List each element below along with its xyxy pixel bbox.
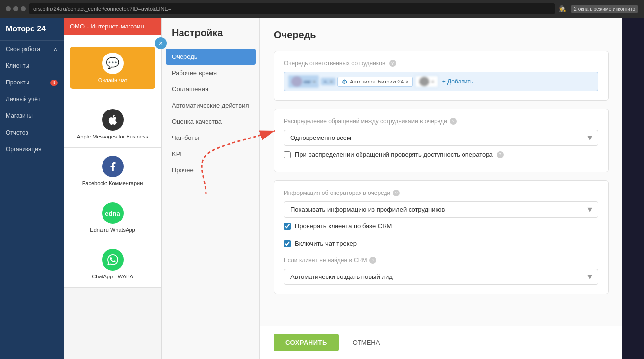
distribution-help-icon[interactable]: ?: [450, 118, 457, 125]
sidebar-item-accounting[interactable]: Личный учёт: [0, 91, 64, 108]
sidebar-item-org[interactable]: Организация: [0, 141, 64, 158]
channel-item-apple[interactable]: Apple Messages for Business: [64, 101, 161, 148]
sidebar-item-label: Магазины: [6, 112, 33, 119]
queue-section-card: Очередь ответственных сотрудников: ? евг…: [274, 51, 609, 101]
settings-overlay: Настройка Очередь Рабочее время Соглашен…: [162, 18, 622, 359]
add-user-button[interactable]: + Добавить: [442, 78, 473, 85]
sidebar-item-clients[interactable]: Клиенты: [0, 57, 64, 74]
edna-icon: edna: [102, 202, 124, 224]
tag-close-3[interactable]: ×: [431, 79, 434, 84]
channel-list: ОМО - Интернет-магазин 💬 Онлайн-чат Appl…: [64, 18, 162, 359]
sidebar-item-label: Проекты: [6, 79, 29, 86]
queue-section-label: Очередь ответственных сотрудников: ?: [284, 60, 598, 67]
distribution-select[interactable]: Одновременно всем По очереди Случайно: [284, 130, 598, 146]
browser-actions: 🕵 2 окна в режиме инкогнито: [559, 5, 638, 13]
tags-container[interactable]: евг × +. × ⚙ Автопилот Битрикс24 ×: [284, 72, 598, 91]
channel-name-facebook: Facebook: Комментарии: [82, 180, 143, 186]
autopilot-label: Автопилот Битрикс24: [350, 79, 404, 84]
chatapp-icon: [102, 249, 124, 271]
settings-nav-worktime[interactable]: Рабочее время: [162, 65, 259, 81]
facebook-icon: [102, 156, 124, 177]
settings-nav-queue-label: Очередь: [172, 53, 198, 60]
operator-info-select-wrapper: Показывать информацию из профилей сотруд…: [284, 201, 598, 218]
availability-help-icon[interactable]: ?: [497, 151, 504, 158]
sidebar-item-projects[interactable]: Проекты 9: [0, 74, 64, 91]
settings-content: Очередь Очередь ответственных сотруднико…: [260, 18, 622, 326]
browser-dot-1: [6, 6, 11, 11]
settings-nav-agreements[interactable]: Соглашения: [162, 81, 259, 97]
settings-nav-agreements-label: Соглашения: [172, 85, 208, 93]
settings-nav-kpi-label: KPI: [172, 150, 182, 158]
crm-not-found-select[interactable]: Автоматически создать новый лид Ничего н…: [284, 269, 598, 285]
sidebar-item-label: Клиенты: [6, 62, 29, 69]
tag-close-1[interactable]: ×: [313, 79, 316, 84]
tag-close-2[interactable]: ×: [330, 79, 333, 84]
distribution-select-wrapper: Одновременно всем По очереди Случайно ▼: [284, 130, 598, 146]
sidebar-item-label: Организация: [6, 146, 41, 153]
browser-dots: [6, 6, 26, 11]
sidebar-item-reports[interactable]: Отчетов: [0, 124, 64, 141]
settings-nav-chatbots-label: Чат-боты: [172, 134, 199, 141]
url-text: ors.bitrix24.ru/contact_center/connector…: [33, 6, 171, 12]
browser-dot-2: [13, 6, 18, 11]
queue-help-icon[interactable]: ?: [389, 60, 396, 67]
check-availability-row: При распределении обращений проверять до…: [284, 146, 598, 163]
settings-nav-other[interactable]: Прочее: [162, 162, 259, 178]
crm-not-found-label: Если клиент не найден в CRM ?: [284, 257, 598, 264]
left-sidebar: Моторс 24 Своя работа ∧ Клиенты Проекты …: [0, 18, 64, 359]
check-availability-checkbox[interactable]: [284, 151, 291, 158]
crm-not-found-select-wrapper: Автоматически создать новый лид Ничего н…: [284, 269, 598, 285]
projects-badge: 9: [50, 80, 58, 86]
operator-info-section-card: Информация об операторах в очереди ? Пок…: [274, 180, 609, 294]
settings-footer: СОХРАНИТЬ ОТМЕНА: [260, 326, 622, 359]
operator-info-select[interactable]: Показывать информацию из профилей сотруд…: [284, 201, 598, 218]
check-availability-label: При распределении обращений проверять до…: [295, 151, 493, 158]
channel-item-facebook[interactable]: Facebook: Комментарии: [64, 148, 161, 194]
distribution-label: Распределение обращений между сотрудника…: [284, 118, 598, 125]
crm-not-found-help-icon[interactable]: ?: [369, 257, 376, 264]
settings-title: Настройка: [162, 28, 259, 49]
app-layout: Моторс 24 Своя работа ∧ Клиенты Проекты …: [0, 18, 644, 359]
settings-nav-chatbots[interactable]: Чат-боты: [162, 130, 259, 146]
settings-sidebar: Настройка Очередь Рабочее время Соглашен…: [162, 18, 260, 359]
url-bar[interactable]: ors.bitrix24.ru/contact_center/connector…: [29, 3, 555, 14]
tag-autopilot-close[interactable]: ×: [406, 79, 409, 84]
sidebar-item-work[interactable]: Своя работа ∧: [0, 41, 64, 57]
operator-info-help-icon[interactable]: ?: [393, 190, 400, 196]
close-button[interactable]: ×: [155, 37, 167, 49]
cancel-button[interactable]: ОТМЕНА: [345, 334, 388, 351]
tag-user-1: евг ×: [288, 75, 319, 88]
settings-nav-auto-actions[interactable]: Автоматические действия: [162, 97, 259, 113]
channel-name-online-chat: Онлайн-чат: [98, 77, 128, 83]
incognito-icon: 🕵: [559, 5, 566, 12]
incognito-badge: 2 окна в режиме инкогнито: [571, 5, 638, 13]
sidebar-item-stores[interactable]: Магазины: [0, 108, 64, 124]
channel-name-chatapp: ChatApp - WABA: [92, 274, 133, 279]
sidebar-item-label: Отчетов: [6, 129, 28, 136]
chat-tracker-checkbox[interactable]: [284, 240, 291, 247]
channel-name-apple: Apple Messages for Business: [77, 134, 148, 139]
sidebar-item-label: Личный учёт: [6, 96, 41, 103]
channel-list-title: ОМО - Интернет-магазин: [70, 23, 144, 30]
crm-check-checkbox[interactable]: [284, 223, 291, 230]
save-button[interactable]: СОХРАНИТЬ: [274, 334, 339, 351]
channel-item-chatapp[interactable]: ChatApp - WABA: [64, 241, 161, 288]
distribution-section-card: Распределение обращений между сотрудника…: [274, 109, 609, 172]
channel-item-online-chat[interactable]: 💬 Онлайн-чат: [64, 35, 161, 101]
chevron-icon: ∧: [53, 46, 58, 53]
settings-nav-queue[interactable]: Очередь: [166, 49, 256, 65]
settings-nav-kpi[interactable]: KPI: [162, 146, 259, 162]
chat-tracker-row: Включить чат трекер: [284, 235, 598, 252]
content-title: Очередь: [274, 29, 609, 41]
tag-autopilot: ⚙ Автопилот Битрикс24 ×: [337, 77, 413, 87]
autopilot-icon: ⚙: [342, 78, 348, 85]
settings-nav-quality-label: Оценка качества: [172, 118, 222, 125]
apple-icon: [102, 109, 124, 131]
browser-bar: ors.bitrix24.ru/contact_center/connector…: [0, 0, 644, 18]
tag-user-2: +. ×: [321, 78, 335, 85]
settings-content-wrapper: Очередь Очередь ответственных сотруднико…: [260, 18, 622, 359]
settings-nav-quality[interactable]: Оценка качества: [162, 113, 259, 130]
sidebar-item-label: Своя работа: [6, 46, 40, 53]
operator-info-label: Информация об операторах в очереди ?: [284, 190, 598, 196]
channel-item-edna[interactable]: edna Edna.ru WhatsApp: [64, 194, 161, 241]
